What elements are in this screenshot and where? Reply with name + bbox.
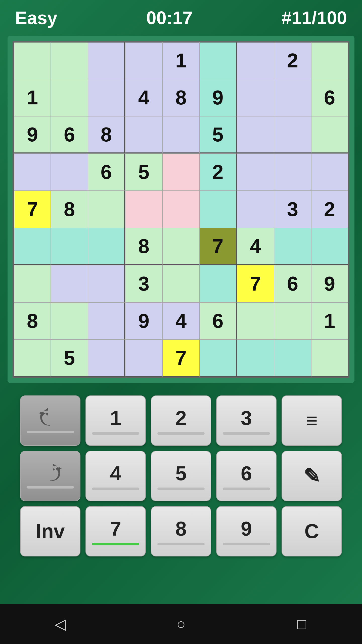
cell-r0-c4[interactable]: 1 (162, 42, 200, 79)
cell-r1-c7[interactable] (274, 79, 311, 116)
cell-r7-c1[interactable] (51, 302, 88, 340)
cell-r2-c8[interactable] (311, 116, 348, 153)
cell-r1-c4[interactable]: 8 (162, 79, 200, 116)
back-nav-icon[interactable]: ◁ (50, 614, 70, 634)
key-number-1-row1[interactable]: 4 (85, 451, 146, 501)
cell-r5-c1[interactable] (51, 228, 88, 265)
cell-r7-c2[interactable] (88, 302, 125, 340)
cell-r0-c5[interactable] (200, 42, 237, 79)
key-action-4-row1[interactable]: ✎ (282, 451, 342, 501)
cell-r1-c3[interactable]: 4 (125, 79, 162, 116)
key-number-2-row1[interactable]: 5 (151, 451, 211, 501)
cell-r1-c5[interactable]: 9 (200, 79, 237, 116)
cell-r1-c2[interactable] (88, 79, 125, 116)
cell-r6-c1[interactable] (51, 265, 88, 302)
cell-r1-c6[interactable] (237, 79, 274, 116)
cell-r8-c2[interactable] (88, 340, 125, 377)
cell-r8-c8[interactable] (311, 340, 348, 377)
key-number-3-row2[interactable]: 9 (216, 506, 277, 556)
cell-r7-c7[interactable] (274, 302, 311, 340)
cell-r4-c3[interactable] (125, 191, 162, 228)
cell-r0-c7[interactable]: 2 (274, 42, 311, 79)
cell-r0-c0[interactable] (14, 42, 51, 79)
cell-r0-c6[interactable] (237, 42, 274, 79)
cell-r5-c3[interactable]: 8 (125, 228, 162, 265)
cell-r4-c5[interactable] (200, 191, 237, 228)
cell-r4-c4[interactable] (162, 191, 200, 228)
key-redo-0-row1[interactable] (20, 451, 80, 501)
cell-r1-c1[interactable] (51, 79, 88, 116)
key-undo-0-row0[interactable] (20, 395, 80, 446)
cell-r4-c2[interactable] (88, 191, 125, 228)
cell-r7-c4[interactable]: 4 (162, 302, 200, 340)
cell-r4-c0[interactable]: 7 (14, 191, 51, 228)
cell-r7-c3[interactable]: 9 (125, 302, 162, 340)
cell-r2-c7[interactable] (274, 116, 311, 153)
home-nav-icon[interactable]: ○ (171, 614, 191, 634)
cell-r5-c6[interactable]: 4 (237, 228, 274, 265)
cell-r6-c7[interactable]: 6 (274, 265, 311, 302)
cell-r2-c6[interactable] (237, 116, 274, 153)
cell-r8-c4[interactable]: 7 (162, 340, 200, 377)
key-special-0-row2[interactable]: Inv (20, 506, 80, 556)
cell-r4-c6[interactable] (237, 191, 274, 228)
cell-r5-c0[interactable] (14, 228, 51, 265)
cell-r8-c1[interactable]: 5 (51, 340, 88, 377)
cell-r5-c4[interactable] (162, 228, 200, 265)
cell-r6-c4[interactable] (162, 265, 200, 302)
cell-r5-c8[interactable] (311, 228, 348, 265)
cell-r8-c0[interactable] (14, 340, 51, 377)
cell-r6-c0[interactable] (14, 265, 51, 302)
cell-r7-c8[interactable]: 1 (311, 302, 348, 340)
cell-r8-c3[interactable] (125, 340, 162, 377)
key-action-4-row0[interactable]: ≡ (282, 395, 342, 446)
cell-r8-c5[interactable] (200, 340, 237, 377)
key-number-3-row0[interactable]: 3 (216, 395, 277, 446)
cell-r5-c7[interactable] (274, 228, 311, 265)
cell-r2-c3[interactable] (125, 116, 162, 153)
cell-r3-c3[interactable]: 5 (125, 153, 162, 191)
cell-r7-c5[interactable]: 6 (200, 302, 237, 340)
cell-r6-c8[interactable]: 9 (311, 265, 348, 302)
cell-r3-c5[interactable]: 2 (200, 153, 237, 191)
key-number-2-row2[interactable]: 8 (151, 506, 211, 556)
cell-r0-c1[interactable] (51, 42, 88, 79)
cell-r4-c8[interactable]: 2 (311, 191, 348, 228)
cell-r6-c5[interactable] (200, 265, 237, 302)
cell-r6-c6[interactable]: 7 (237, 265, 274, 302)
cell-r6-c2[interactable] (88, 265, 125, 302)
cell-r7-c0[interactable]: 8 (14, 302, 51, 340)
key-number-2-row0[interactable]: 2 (151, 395, 211, 446)
cell-r3-c1[interactable] (51, 153, 88, 191)
cell-r3-c0[interactable] (14, 153, 51, 191)
cell-r0-c3[interactable] (125, 42, 162, 79)
cell-r8-c7[interactable] (274, 340, 311, 377)
cell-r2-c0[interactable]: 9 (14, 116, 51, 153)
cell-r1-c8[interactable]: 6 (311, 79, 348, 116)
sudoku-grid[interactable]: 12148969685652783287437698946157 (13, 41, 349, 378)
cell-r3-c7[interactable] (274, 153, 311, 191)
cell-r3-c4[interactable] (162, 153, 200, 191)
cell-r4-c7[interactable]: 3 (274, 191, 311, 228)
cell-r2-c2[interactable]: 8 (88, 116, 125, 153)
recents-nav-icon[interactable]: □ (292, 614, 312, 634)
cell-r1-c0[interactable]: 1 (14, 79, 51, 116)
cell-r2-c4[interactable] (162, 116, 200, 153)
cell-r3-c6[interactable] (237, 153, 274, 191)
cell-r3-c2[interactable]: 6 (88, 153, 125, 191)
cell-r8-c6[interactable] (237, 340, 274, 377)
key-action-4-row2[interactable]: C (282, 506, 342, 556)
key-number-3-row1[interactable]: 6 (216, 451, 277, 501)
cell-r0-c8[interactable] (311, 42, 348, 79)
cell-r2-c5[interactable]: 5 (200, 116, 237, 153)
cell-r2-c1[interactable]: 6 (51, 116, 88, 153)
cell-r0-c2[interactable] (88, 42, 125, 79)
cell-r4-c1[interactable]: 8 (51, 191, 88, 228)
cell-r3-c8[interactable] (311, 153, 348, 191)
key-number-1-row0[interactable]: 1 (85, 395, 146, 446)
cell-r5-c2[interactable] (88, 228, 125, 265)
cell-r7-c6[interactable] (237, 302, 274, 340)
key-number-1-row2[interactable]: 7 (85, 506, 146, 556)
cell-r5-c5[interactable]: 7 (200, 228, 237, 265)
cell-r6-c3[interactable]: 3 (125, 265, 162, 302)
